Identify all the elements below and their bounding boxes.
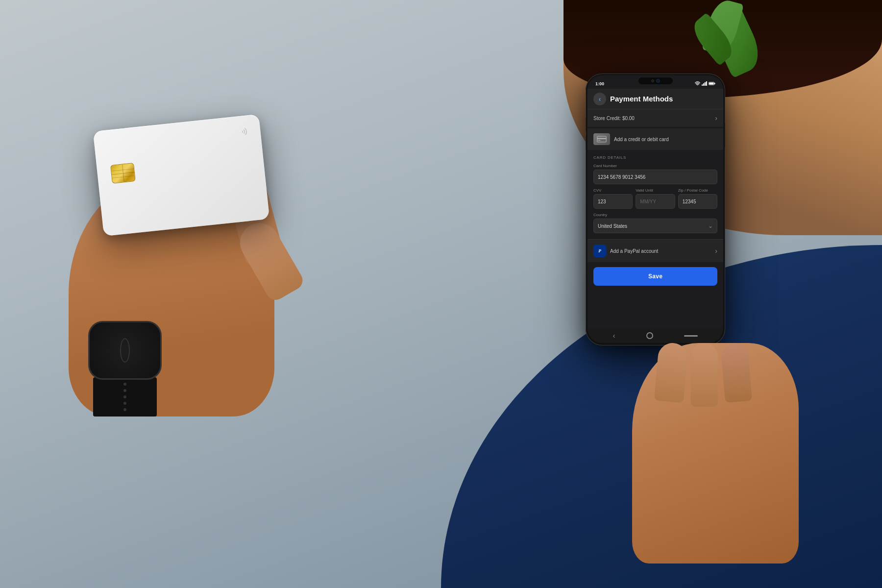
hand-area (39, 98, 353, 466)
status-time: 1:00 (595, 81, 604, 86)
save-button-label: Save (648, 273, 662, 280)
volume-down-button[interactable] (586, 136, 586, 150)
card-icon-box (593, 133, 610, 145)
store-credit-chevron: › (715, 114, 717, 122)
svg-rect-3 (705, 82, 706, 86)
svg-rect-7 (709, 82, 713, 84)
card-chip (110, 163, 136, 184)
volume-up-button[interactable] (586, 118, 586, 131)
watch-band-lower (93, 377, 157, 416)
nav-recent-button[interactable] (684, 335, 698, 337)
page-title: Payment Methods (610, 95, 673, 103)
phone-screen: 1:00 (588, 76, 723, 343)
valid-until-field[interactable]: Valid Until MM/YY (636, 188, 675, 209)
credit-card-icon (597, 136, 607, 143)
credit-card (93, 114, 270, 236)
svg-rect-1 (702, 84, 703, 86)
card-details-title: CARD DETAILS (593, 155, 717, 160)
card-details-section: CARD DETAILS Card Number 1234 5678 9012 … (588, 150, 723, 239)
app-content[interactable]: Store Credit: $0.00 › Add a credit or de… (588, 109, 723, 328)
zip-field[interactable]: Zip / Postal Code 12345 (678, 188, 717, 209)
power-button[interactable] (725, 122, 725, 147)
phone-hand (632, 343, 799, 564)
add-card-label: Add a credit or debit card (614, 137, 669, 142)
card-number-input[interactable]: 1234 5678 9012 3456 (593, 170, 717, 184)
svg-rect-6 (714, 83, 715, 84)
svg-rect-2 (703, 83, 704, 86)
country-select[interactable]: United States ⌄ (593, 219, 717, 233)
valid-until-label: Valid Until (636, 188, 675, 193)
cvv-input[interactable]: 123 (593, 194, 633, 209)
wifi-icon (695, 81, 700, 86)
bottom-nav-bar: ‹ (588, 328, 723, 343)
status-icons (695, 81, 715, 86)
svg-rect-9 (597, 138, 606, 140)
add-card-row[interactable]: Add a credit or debit card (588, 128, 723, 150)
country-value: United States (598, 223, 627, 229)
paypal-icon: P (593, 245, 606, 257)
phone: 1:00 (586, 74, 725, 345)
paypal-label: Add a PayPal account (610, 248, 658, 254)
svg-rect-4 (706, 81, 707, 86)
zip-input[interactable]: 12345 (678, 194, 717, 209)
svg-point-0 (697, 85, 698, 85)
signal-icon (702, 81, 707, 86)
app-header: ‹ Payment Methods (588, 89, 723, 109)
paypal-chevron: › (715, 247, 717, 255)
battery-icon (709, 81, 715, 86)
camera-area (638, 77, 673, 84)
country-field[interactable]: Country United States ⌄ (593, 213, 717, 233)
svg-rect-10 (598, 140, 601, 141)
store-credit-row[interactable]: Store Credit: $0.00 › (588, 109, 723, 127)
save-button[interactable]: Save (593, 267, 717, 286)
cvv-field[interactable]: CVV 123 (593, 188, 633, 209)
watch (88, 321, 162, 380)
paypal-left: P Add a PayPal account (593, 245, 658, 257)
country-label: Country (593, 213, 717, 217)
nav-home-button[interactable] (646, 332, 653, 339)
zip-label: Zip / Postal Code (678, 188, 717, 193)
back-button[interactable]: ‹ (593, 93, 606, 105)
paypal-row[interactable]: P Add a PayPal account › (588, 239, 723, 262)
nav-back-button[interactable]: ‹ (613, 332, 615, 340)
card-nfc-icon (235, 124, 250, 139)
cvv-row: CVV 123 Valid Until MM/YY Zi (593, 188, 717, 209)
card-number-label: Card Number (593, 164, 717, 168)
valid-until-input[interactable]: MM/YY (636, 194, 675, 209)
cvv-label: CVV (593, 188, 633, 193)
store-credit-label: Store Credit: $0.00 (593, 116, 635, 121)
phone-body: 1:00 (586, 74, 725, 345)
card-number-field[interactable]: Card Number 1234 5678 9012 3456 (593, 164, 717, 184)
country-chevron-icon: ⌄ (708, 222, 713, 229)
